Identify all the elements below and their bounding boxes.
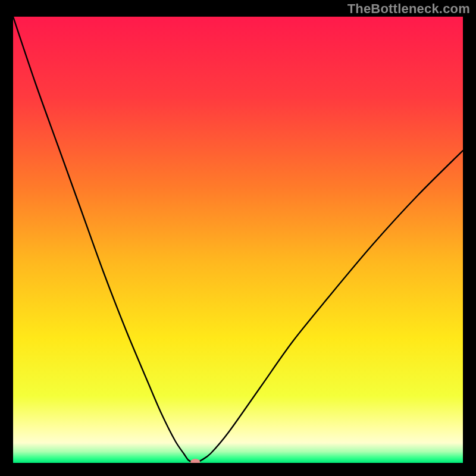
bottleneck-plot bbox=[13, 17, 463, 463]
plot-area bbox=[13, 17, 463, 463]
chart-container: TheBottleneck.com bbox=[0, 0, 476, 476]
attribution-label: TheBottleneck.com bbox=[347, 1, 470, 17]
gradient-rect bbox=[13, 17, 463, 463]
